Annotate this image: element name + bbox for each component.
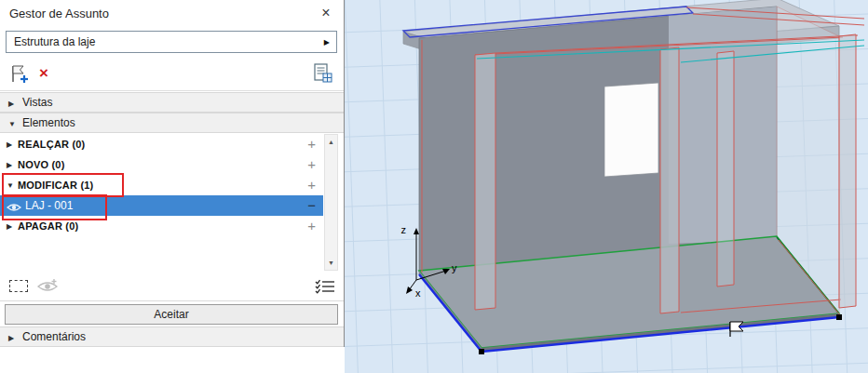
issue-scheme-settings-icon[interactable] (312, 62, 334, 85)
panel-toolbar: × (0, 56, 344, 91)
corner-handle[interactable] (836, 314, 842, 320)
new-issue-icon[interactable] (8, 62, 31, 85)
section-label: Vistas (22, 93, 52, 113)
section-elementos[interactable]: ▼ Elementos (0, 113, 344, 133)
axis-label-z: z (401, 224, 407, 235)
section-vistas[interactable]: ▶ Vistas (0, 92, 344, 113)
chevron-right-icon: ▶ (7, 222, 12, 231)
panel-bottom-toolbar (0, 271, 344, 301)
panel-titlebar[interactable]: Gestor de Assunto × (0, 0, 344, 28)
3d-viewport[interactable]: z y x (345, 0, 868, 373)
category-label: APAGAR (0) (18, 216, 78, 236)
add-button[interactable]: + (307, 175, 316, 195)
chevron-right-icon: ▶ (7, 161, 12, 169)
chevron-right-icon: ▶ (8, 334, 14, 342)
axis-label-x: x (415, 287, 421, 299)
scroll-up-icon[interactable]: ▲ (325, 135, 337, 149)
close-icon[interactable]: × (318, 5, 334, 21)
axis-label-y: y (452, 262, 457, 273)
category-novo[interactable]: ▶ NOVO (0) + (0, 154, 323, 175)
delete-issue-icon[interactable]: × (39, 63, 48, 84)
section-comentarios[interactable]: ▶ Comentários (0, 326, 344, 347)
category-realcar[interactable]: ▶ REALÇAR (0) + (0, 134, 323, 154)
elements-list: ▶ REALÇAR (0) + ▶ NOVO (0) + ▼ MODIFICAR… (0, 134, 344, 271)
list-scrollbar[interactable]: ▲ ▼ (324, 134, 338, 271)
add-button[interactable]: + (307, 134, 316, 154)
section-label: Elementos (22, 113, 75, 133)
issue-selector-value: Estrutura da laje (14, 32, 95, 52)
list-item-laj-001[interactable]: LAJ - 001 − (0, 195, 323, 216)
app-window: z y x Gestor de Assunto × Estrutura da l… (0, 0, 868, 373)
chevron-right-icon: ▶ (7, 140, 12, 149)
highlight-view-icon[interactable] (37, 278, 58, 295)
category-modificar[interactable]: ▼ MODIFICAR (1) + (0, 175, 323, 195)
issue-manager-panel: Gestor de Assunto × Estrutura da laje ▶ … (0, 0, 345, 347)
marquee-selection-icon[interactable] (9, 280, 28, 292)
section-label: Comentários (22, 327, 86, 347)
flyout-arrow-icon: ▶ (324, 38, 330, 47)
issue-list-options-icon[interactable] (315, 278, 335, 295)
category-label: MODIFICAR (1) (18, 175, 93, 195)
remove-button[interactable]: − (307, 195, 316, 216)
panel-title: Gestor de Assunto (9, 0, 109, 28)
category-label: REALÇAR (0) (18, 134, 85, 154)
eye-icon[interactable] (7, 200, 21, 217)
list-item-label: LAJ - 001 (25, 195, 73, 216)
chevron-down-icon: ▼ (8, 120, 16, 128)
chevron-right-icon: ▶ (8, 100, 14, 108)
window-opening (604, 83, 658, 177)
category-label: NOVO (0) (18, 154, 65, 175)
add-button[interactable]: + (307, 216, 316, 236)
add-button[interactable]: + (307, 154, 316, 175)
category-apagar[interactable]: ▶ APAGAR (0) + (0, 216, 323, 236)
3d-scene[interactable]: z y x (345, 0, 868, 373)
accept-button[interactable]: Aceitar (5, 304, 338, 325)
chevron-down-icon: ▼ (7, 181, 14, 190)
corner-handle[interactable] (479, 349, 484, 354)
scroll-down-icon[interactable]: ▼ (325, 256, 337, 270)
issue-selector[interactable]: Estrutura da laje ▶ (6, 31, 337, 53)
